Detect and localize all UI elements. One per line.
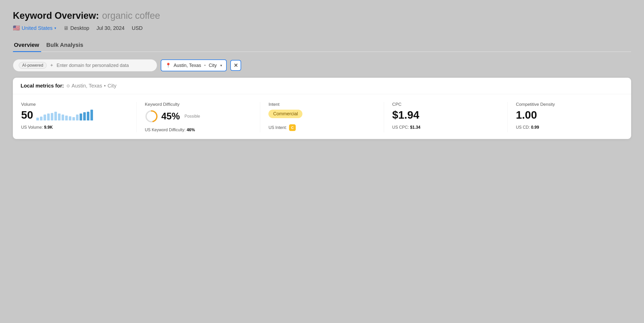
- device-selector[interactable]: 🖥 Desktop: [63, 25, 89, 31]
- location-selector[interactable]: 📍 Austin, Texas • City ▾: [161, 59, 227, 71]
- us-intent-badge: C: [289, 124, 296, 131]
- domain-input[interactable]: [57, 63, 151, 68]
- bar-5: [54, 112, 57, 120]
- cpc-label: CPC: [392, 102, 499, 107]
- tab-overview[interactable]: Overview: [13, 39, 45, 51]
- cd-label: Competitive Density: [516, 102, 623, 107]
- bar-14: [87, 112, 89, 120]
- kd-note: Possible: [184, 114, 200, 119]
- ai-badge: AI-powered: [19, 62, 47, 69]
- monitor-icon: 🖥: [63, 25, 69, 31]
- bar-8: [65, 116, 68, 120]
- cpc-metric: CPC $1.94 US CPC: $1.34: [384, 102, 508, 132]
- kd-metric: Keyword Difficulty 45% Possible US Keywo…: [137, 102, 260, 132]
- page-title: Keyword Overview: organic coffee: [13, 10, 631, 21]
- country-chevron-icon: ▾: [54, 26, 56, 30]
- volume-main: 50: [21, 110, 128, 120]
- location-type: City: [209, 63, 217, 68]
- tab-bulk-analysis[interactable]: Bulk Analysis: [45, 39, 89, 51]
- bar-11: [76, 115, 79, 120]
- sparkle-icon: ✦: [50, 63, 54, 68]
- kd-circle: [145, 110, 158, 123]
- bar-1: [40, 117, 43, 120]
- bar-9: [69, 116, 71, 120]
- bar-4: [51, 113, 53, 120]
- intent-main: Commercial: [268, 110, 375, 120]
- cpc-value: $1.94: [392, 110, 419, 120]
- location-close-button[interactable]: ✕: [230, 60, 241, 71]
- bar-12: [80, 114, 82, 120]
- search-row: AI-powered ✦ 📍 Austin, Texas • City ▾ ✕: [13, 59, 631, 72]
- location-pin-icon: 📍: [165, 63, 171, 68]
- volume-sub: US Volume: 9.9K: [21, 125, 128, 130]
- cpc-main: $1.94: [392, 110, 499, 120]
- cd-main: 1.00: [516, 110, 623, 120]
- country-selector[interactable]: 🇺🇸 United States ▾: [13, 25, 56, 31]
- header-pin-icon: ⊙: [66, 83, 70, 88]
- cd-value: 1.00: [516, 110, 537, 120]
- device-label: Desktop: [70, 25, 89, 31]
- header-location: Austin, Texas: [72, 83, 102, 89]
- location-city: Austin, Texas: [174, 63, 201, 68]
- kd-label: Keyword Difficulty: [145, 102, 252, 107]
- bar-0: [36, 118, 39, 120]
- bar-2: [44, 115, 46, 120]
- intent-sub: US Intent: C: [268, 124, 375, 131]
- kd-sub: US Keyword Difficulty: 46%: [145, 128, 252, 132]
- country-label: United States: [22, 25, 53, 31]
- intent-badge: Commercial: [268, 110, 302, 118]
- currency-display: USD: [132, 25, 142, 31]
- cd-sub: US CD: 0.99: [516, 125, 623, 130]
- volume-bar-chart: [36, 110, 93, 120]
- country-flag: 🇺🇸: [13, 25, 20, 31]
- bar-3: [47, 114, 50, 120]
- bar-15: [90, 110, 93, 120]
- metrics-grid: Volume 50 US Volume: 9.9K Keyword Diffic…: [13, 94, 631, 139]
- kd-main: 45% Possible: [145, 110, 252, 123]
- volume-label: Volume: [21, 102, 128, 107]
- meta-row: 🇺🇸 United States ▾ 🖥 Desktop Jul 30, 202…: [13, 25, 631, 31]
- bar-7: [62, 115, 64, 120]
- volume-value: 50: [21, 110, 33, 120]
- bar-10: [72, 117, 75, 120]
- cd-metric: Competitive Density 1.00 US CD: 0.99: [508, 102, 631, 132]
- cpc-sub: US CPC: $1.34: [392, 125, 499, 130]
- intent-label: Intent: [268, 102, 375, 107]
- metrics-card: Local metrics for: ⊙ Austin, Texas • Cit…: [13, 78, 631, 139]
- location-chevron-icon: ▾: [220, 63, 222, 67]
- volume-metric: Volume 50 US Volume: 9.9K: [13, 102, 137, 132]
- metrics-card-header: Local metrics for: ⊙ Austin, Texas • Cit…: [13, 78, 631, 94]
- kd-value: 45%: [161, 111, 180, 122]
- bar-13: [83, 112, 86, 120]
- bar-6: [58, 114, 61, 120]
- local-metrics-label: Local metrics for:: [21, 83, 64, 89]
- date-display: Jul 30, 2024: [96, 25, 124, 31]
- tabs-row: Overview Bulk Analysis: [13, 39, 631, 52]
- ai-search-box[interactable]: AI-powered ✦: [13, 59, 157, 72]
- header-type: City: [107, 83, 116, 89]
- intent-metric: Intent Commercial US Intent: C: [260, 102, 384, 132]
